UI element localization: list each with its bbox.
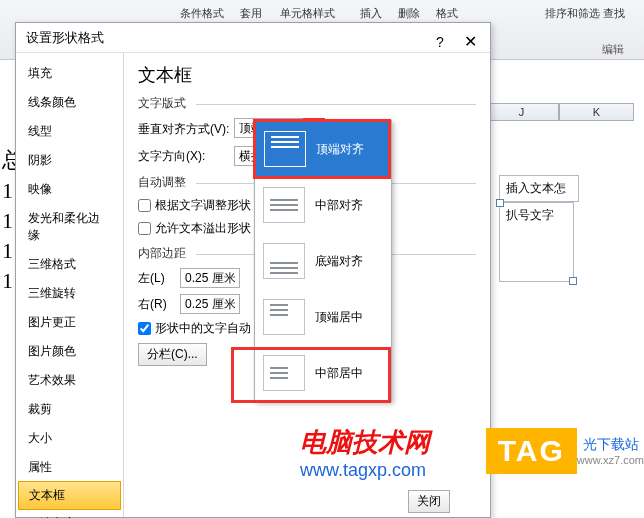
textdir-label: 文字方向(X): — [138, 148, 234, 165]
tag-text: 光下载站 — [583, 436, 644, 454]
resize-shape-checkbox[interactable] — [138, 199, 151, 212]
sidebar-item-3dformat[interactable]: 三维格式 — [16, 250, 123, 279]
close-button[interactable]: 关闭 — [408, 490, 450, 513]
sidebar-item-props[interactable]: 属性 — [16, 453, 123, 482]
row-char: 1 — [2, 238, 13, 264]
menu-item-top-align[interactable]: 顶端对齐 — [255, 121, 391, 177]
sidebar-item-linestyle[interactable]: 线型 — [16, 117, 123, 146]
sidebar-item-3drotate[interactable]: 三维旋转 — [16, 279, 123, 308]
close-icon[interactable]: ✕ — [458, 27, 482, 49]
ribbon-btn[interactable]: 格式 — [436, 6, 458, 21]
sidebar-item-size[interactable]: 大小 — [16, 424, 123, 453]
sidebar-item-textbox[interactable]: 文本框 — [18, 481, 121, 510]
sidebar-item-crop[interactable]: 裁剪 — [16, 395, 123, 424]
ribbon-btn[interactable]: 排序和筛选 查找 — [545, 6, 625, 21]
align-middle-icon — [263, 187, 305, 223]
help-icon[interactable]: ? — [428, 27, 452, 49]
sidebar-item-fill[interactable]: 填充 — [16, 59, 123, 88]
dialog-title: 设置形状格式 ? ✕ — [16, 23, 490, 53]
menu-item-middle-center[interactable]: 中部居中 — [255, 345, 391, 401]
dialog-title-text: 设置形状格式 — [26, 30, 104, 45]
dialog-sidebar: 填充 线条颜色 线型 阴影 映像 发光和柔化边缘 三维格式 三维旋转 图片更正 … — [16, 53, 124, 517]
tag-sub: www.xz7.com — [577, 454, 644, 466]
menu-item-label: 顶端对齐 — [316, 141, 364, 158]
margin-right-input[interactable] — [180, 294, 240, 314]
menu-item-top-center[interactable]: 顶端居中 — [255, 289, 391, 345]
ribbon-btn[interactable]: 删除 — [398, 6, 420, 21]
row-char: 1 — [2, 268, 13, 294]
ribbon-btn[interactable]: 套用 — [240, 6, 262, 21]
textbox-shape-selected[interactable]: 扒号文字 — [499, 202, 574, 282]
column-header[interactable]: K — [559, 103, 634, 121]
align-top-icon — [264, 131, 306, 167]
sidebar-item-piccorrect[interactable]: 图片更正 — [16, 308, 123, 337]
sidebar-item-piccolor[interactable]: 图片颜色 — [16, 337, 123, 366]
watermark-text: 电脑技术网 — [300, 425, 430, 460]
ribbon-btn[interactable]: 单元格样式 — [280, 6, 335, 21]
margin-left-label: 左(L) — [138, 270, 180, 287]
watermark-url: www.tagxp.com — [300, 460, 426, 481]
sidebar-item-artistic[interactable]: 艺术效果 — [16, 366, 123, 395]
menu-item-bottom-align[interactable]: 底端对齐 — [255, 233, 391, 289]
valign-label: 垂直对齐方式(V): — [138, 121, 234, 138]
content-heading: 文本框 — [138, 63, 476, 87]
menu-item-label: 顶端居中 — [315, 309, 363, 326]
menu-item-middle-align[interactable]: 中部对齐 — [255, 177, 391, 233]
sidebar-item-alttext[interactable]: 可选文字 — [16, 509, 123, 518]
row-char: 1 — [2, 178, 13, 204]
column-header[interactable]: J — [484, 103, 559, 121]
wrap-checkbox[interactable] — [138, 322, 151, 335]
menu-item-label: 中部对齐 — [315, 197, 363, 214]
tag-watermark: TAG 光下载站 www.xz7.com — [486, 428, 644, 474]
sidebar-item-shadow[interactable]: 阴影 — [16, 146, 123, 175]
textbox-shape[interactable]: 插入文本怎 — [499, 175, 579, 202]
sidebar-item-linecolor[interactable]: 线条颜色 — [16, 88, 123, 117]
ribbon-group-label: 编辑 — [602, 42, 624, 57]
resize-shape-label: 根据文字调整形状 — [155, 197, 251, 214]
menu-item-label: 底端对齐 — [315, 253, 363, 270]
margin-right-label: 右(R) — [138, 296, 180, 313]
valign-dropdown-menu: 顶端对齐 中部对齐 底端对齐 顶端居中 中部居中 — [254, 120, 392, 402]
overflow-checkbox[interactable] — [138, 222, 151, 235]
margin-left-input[interactable] — [180, 268, 240, 288]
ribbon-btn[interactable]: 插入 — [360, 6, 382, 21]
tag-badge: TAG — [486, 428, 577, 474]
overflow-label: 允许文本溢出形状 — [155, 220, 251, 237]
align-top-center-icon — [263, 299, 305, 335]
section-textlayout: 文字版式 — [138, 95, 476, 112]
ribbon-btn[interactable]: 条件格式 — [180, 6, 224, 21]
sidebar-item-reflection[interactable]: 映像 — [16, 175, 123, 204]
row-char: 1 — [2, 208, 13, 234]
align-middle-center-icon — [263, 355, 305, 391]
wrap-label: 形状中的文字自动 — [155, 320, 251, 337]
sidebar-item-glow[interactable]: 发光和柔化边缘 — [16, 204, 123, 250]
columns-button[interactable]: 分栏(C)... — [138, 343, 207, 366]
align-bottom-icon — [263, 243, 305, 279]
menu-item-label: 中部居中 — [315, 365, 363, 382]
